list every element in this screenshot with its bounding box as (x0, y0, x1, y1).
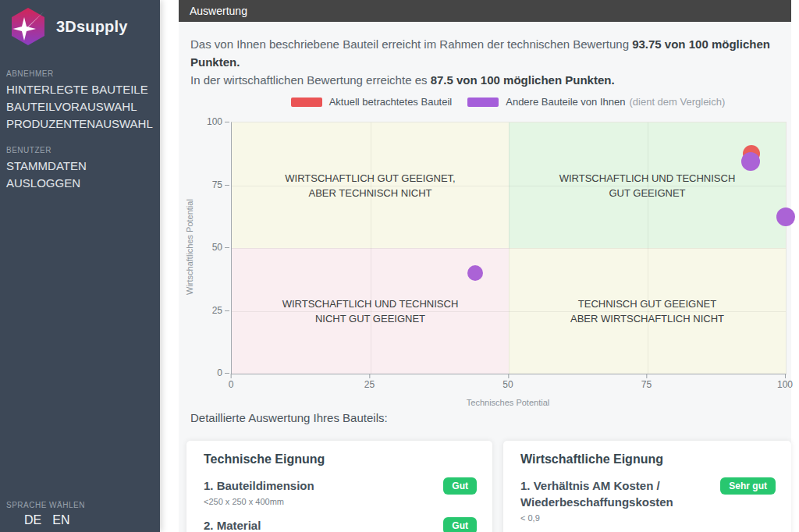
evaluation-summary: Das von Ihnen beschriebene Bauteil errei… (190, 35, 791, 89)
data-point[interactable] (741, 152, 760, 171)
list-item: 1. Verhältnis AM Kosten / Wiederbeschaff… (520, 477, 776, 523)
scatter-plot: WIRTSCHAFTLICH GUT GEEIGNET, ABER TECHNI… (231, 122, 787, 374)
sidebar: 3Dsupply ABNEHMER HINTERLEGTE BAUTEILE B… (0, 0, 160, 532)
summary-line2-text: In der wirtschaftlichen Bewertung erreic… (190, 73, 431, 87)
legend-item-other-parts[interactable]: Andere Bauteile von Ihnen (dient dem Ver… (467, 96, 725, 108)
y-tick: 50 (212, 242, 222, 253)
item-text: 1. Verhältnis AM Kosten / Wiederbeschaff… (520, 477, 720, 523)
item-title: 1. Verhältnis AM Kosten / Wiederbeschaff… (520, 477, 711, 510)
summary-line1-text: Das von Ihnen beschriebene Bauteil errei… (190, 37, 632, 51)
item-text: 1. Bauteildimension <250 x 250 x 400mm (204, 477, 324, 506)
card-wirtschaftliche-eignung: Wirtschaftliche Eignung 1. Verhältnis AM… (503, 441, 791, 532)
legend-swatch-purple (467, 98, 499, 107)
item-title: 1. Bauteildimension (204, 477, 314, 494)
chart-legend: Aktuell betrachtetes Bauteil Andere Baut… (231, 96, 785, 108)
language-option-en[interactable]: EN (52, 513, 69, 527)
sidebar-item-bauteilvorauswahl[interactable]: BAUTEILVORAUSWAHL (0, 98, 160, 115)
y-axis-ticks: 100 75 50 25 0 (190, 122, 224, 373)
nav-section-benutzer: BENUTZER STAMMDATEN AUSLOGGEN (0, 146, 160, 192)
gridline (232, 186, 786, 186)
language-label: SPRACHE WÄHLEN (0, 501, 160, 509)
x-axis-title: Technisches Potential (231, 398, 785, 407)
details-cards: Technische Eignung 1. Bauteildimension <… (186, 441, 791, 532)
card-title: Wirtschaftliche Eignung (520, 452, 776, 466)
nav-section-label: ABNEHMER (0, 69, 160, 78)
sidebar-nav: ABNEHMER HINTERLEGTE BAUTEILE BAUTEILVOR… (0, 69, 160, 192)
gridline (232, 248, 786, 249)
sidebar-item-produzentenauswahl[interactable]: PRODUZENTENAUSWAHL (0, 115, 160, 133)
rating-badge: Sehr gut (720, 477, 776, 495)
page-title: Auswertung (190, 5, 247, 17)
language-switcher: SPRACHE WÄHLEN DE EN (0, 501, 160, 527)
x-tick: 0 (229, 379, 234, 390)
nav-section-abnehmer: ABNEHMER HINTERLEGTE BAUTEILE BAUTEILVOR… (0, 69, 160, 133)
language-option-de[interactable]: DE (24, 513, 41, 527)
list-item: 1. Bauteildimension <250 x 250 x 400mm G… (204, 477, 477, 506)
sidebar-item-hinterlegte-bauteile[interactable]: HINTERLEGTE BAUTEILE (0, 81, 160, 98)
main-content: Auswertung Das von Ihnen beschriebene Ba… (179, 0, 791, 532)
logo-hexagon-star-icon (10, 7, 46, 46)
y-tick: 0 (217, 367, 222, 378)
x-tick: 100 (777, 379, 793, 390)
x-tick: 50 (502, 379, 513, 390)
gridline (232, 311, 786, 312)
legend-item-current-part[interactable]: Aktuell betrachtetes Bauteil (291, 96, 453, 108)
card-technische-eignung: Technische Eignung 1. Bauteildimension <… (186, 441, 492, 532)
summary-line2-score: 87.5 von 100 möglichen Punkten. (431, 73, 615, 87)
y-tick: 25 (212, 305, 222, 316)
legend-note: (dient dem Vergleich) (629, 96, 725, 108)
app-logo[interactable]: 3Dsupply (0, 0, 160, 46)
legend-label: Aktuell betrachtetes Bauteil (329, 96, 453, 108)
language-options: DE EN (0, 513, 160, 527)
list-item: 2. Material Gut (204, 517, 477, 532)
card-title: Technische Eignung (204, 452, 477, 466)
item-value: < 0,9 (520, 513, 711, 523)
rating-badge: Gut (443, 477, 477, 495)
nav-section-label: BENUTZER (0, 146, 160, 154)
y-tick: 75 (212, 179, 222, 190)
x-tick: 75 (641, 379, 652, 390)
sidebar-item-stammdaten[interactable]: STAMMDATEN (0, 158, 160, 175)
data-point[interactable] (776, 207, 795, 226)
item-text: 2. Material (204, 517, 270, 532)
x-tick: 25 (364, 379, 375, 390)
app-name: 3Dsupply (56, 18, 128, 36)
rating-badge: Gut (443, 517, 477, 532)
details-heading: Detaillierte Auswertung Ihres Bauteils: (190, 411, 388, 424)
y-tick: 100 (207, 116, 222, 127)
item-value: <250 x 250 x 400mm (204, 497, 314, 506)
item-title: 2. Material (204, 517, 261, 532)
page-header: Auswertung (179, 0, 791, 22)
legend-swatch-red (291, 98, 322, 107)
legend-label: Andere Bauteile von Ihnen (506, 96, 625, 108)
sidebar-item-ausloggen[interactable]: AUSLOGGEN (0, 175, 160, 192)
